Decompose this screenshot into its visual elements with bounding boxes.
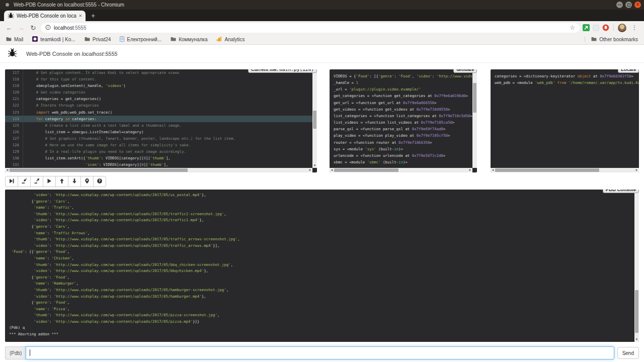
svg-text:?: ? (99, 179, 101, 183)
console-line: {'genre': 'Food', (9, 275, 635, 281)
bookmark-item[interactable]: Privat24 (85, 37, 111, 42)
continue-button[interactable] (43, 176, 56, 187)
globals-horizontal-scrollbar[interactable]: ◄ ► (330, 168, 472, 172)
next-icon (9, 178, 15, 186)
console-line: 'thumb': 'http://www.vidsplay.com/wp-con… (9, 287, 635, 294)
prompt-row: (Pdb) Send (5, 346, 639, 359)
bookmark-label: Коммуналка (179, 37, 207, 42)
help-button[interactable]: ? (93, 176, 106, 187)
tab-title: Web-PDB Console on loca (17, 13, 76, 19)
folder-icon (591, 37, 597, 42)
up-button[interactable] (55, 176, 68, 187)
variable-line: VIDEOS = {'Food': [{'genre': 'Food', 'vi… (334, 73, 473, 79)
tab-close-icon[interactable]: × (79, 13, 82, 19)
step-icon (21, 178, 27, 186)
step-button[interactable] (18, 176, 31, 187)
bookmark-label: teamkodi | Ko... (40, 37, 75, 42)
bookmark-item[interactable]: teamkodi | Ko... (32, 36, 75, 43)
bookmark-star-icon[interactable]: ☆ (570, 25, 575, 31)
where-button[interactable] (80, 176, 94, 187)
extension-placeholder-icon[interactable] (593, 25, 599, 31)
code-line-125: 125 # Create a list item with a text lab… (5, 122, 317, 129)
back-icon[interactable]: ← (5, 25, 14, 31)
site-info-icon[interactable] (45, 25, 51, 31)
bookmark-label: Mail (14, 37, 23, 42)
where-icon (84, 178, 90, 186)
code-line-121: 121 categories = get_categories() (5, 96, 317, 102)
command-input[interactable] (26, 346, 614, 359)
variable-line: play_video = <function play_video at 0x7… (334, 132, 473, 139)
window-title: Web-PDB Console on localhost:5555 - Chro… (14, 2, 124, 8)
locals-tag: Locals (618, 69, 639, 73)
close-button[interactable]: ✕ (634, 2, 641, 8)
profile-avatar[interactable] (618, 24, 626, 32)
bookmark-label: Електронний... (127, 37, 162, 42)
other-bookmarks[interactable]: Other bookmarks (585, 37, 638, 42)
url-host: localhost (54, 25, 73, 31)
locals-horizontal-scrollbar[interactable]: ◄ ► (491, 168, 639, 172)
extension-adblock-icon[interactable] (602, 24, 609, 31)
page-header: Web-PDB Console on localhost:5555 (0, 45, 644, 63)
toolbar-divider (613, 24, 614, 31)
variable-line: router = <function router at 0x7f9e71068… (334, 139, 473, 146)
forward-icon[interactable]: → (17, 25, 26, 31)
top-panels: Current file: main.py(124) 117 # Set plu… (5, 69, 639, 172)
bookmark-item[interactable]: Електронний... (120, 36, 162, 43)
code-line-122: 122 # Iterate through categories (5, 102, 317, 109)
continue-icon (46, 178, 52, 186)
return-button[interactable] (30, 176, 43, 187)
variable-line: urlencode = <function urlencode at 0x7f9… (334, 152, 473, 159)
bookmark-item[interactable]: Mail (6, 37, 23, 42)
browser-tab[interactable]: Web-PDB Console on loca × (4, 11, 86, 21)
extension-green-icon[interactable] (583, 24, 590, 31)
tab-strip: Web-PDB Console on loca × + (0, 10, 644, 21)
url-port: :5555 (73, 25, 86, 31)
next-button[interactable] (5, 176, 18, 187)
code-line-118: 118 # for this type of content. (5, 76, 317, 82)
console-line: 'name': 'Traffic', (9, 205, 635, 211)
browser-menu-icon[interactable]: ⋮ (629, 24, 639, 31)
address-bar[interactable]: localhost:5555 ☆ (41, 23, 580, 33)
chart-icon (216, 36, 222, 43)
code-line-127: 127 # Set graphics (thumbnail, fanart, b… (5, 135, 317, 142)
minimize-button[interactable] (616, 2, 623, 8)
console-line: 'Food': [{'genre': 'Food', (9, 249, 635, 255)
down-button[interactable] (68, 176, 81, 187)
code-vertical-scrollbar[interactable]: ▲ ▼ (312, 69, 317, 168)
folder-icon (171, 37, 176, 42)
bookmark-label: Analytics (224, 37, 245, 42)
code-line-129: 129 # In a real-life plugin you need to … (5, 148, 317, 155)
pdb-prompt-label: (Pdb) (5, 346, 26, 359)
maximize-button[interactable] (625, 2, 632, 8)
globals-vertical-scrollbar[interactable] (472, 69, 477, 168)
globals-listing: VIDEOS = {'Food': [{'genre': 'Food', 'vi… (330, 69, 477, 169)
console-line: 'name': 'Pizza', (9, 306, 635, 313)
console-line: 'thumb': 'http://www.vidsplay.com/wp-con… (9, 211, 635, 218)
variable-line: get_url = <function get_url at 0x7f9e6a0… (334, 100, 473, 106)
console-vertical-scrollbar[interactable]: ▲ ▼ (634, 190, 639, 342)
code-line-126: 126 list_item = xbmcgui.ListItem(label=c… (5, 129, 317, 135)
console-line: {'genre': 'Cars', (9, 199, 635, 205)
variable-line: xbmc = <module 'xbmc' (built-in)> (334, 159, 473, 165)
variable-line: categories = <dictionary-keyiterator obj… (495, 73, 635, 79)
locals-panel: Locals categories = <dictionary-keyitera… (491, 69, 639, 172)
reload-icon[interactable]: ↻ (29, 25, 38, 31)
console-output: 'video': 'http://www.vidsplay.com/wp-con… (5, 190, 639, 340)
current-file-panel: Current file: main.py(124) 117 # Set plu… (5, 69, 317, 172)
console-line: {'genre': 'Food', (9, 300, 635, 306)
code-horizontal-scrollbar[interactable]: ◄ ► (5, 168, 312, 172)
pdb-console-tag: PDB Console (603, 190, 639, 193)
new-tab-button[interactable]: + (86, 12, 101, 19)
bookmarks-list: Mailteamkodi | Ko...Privat24Електронний.… (6, 36, 245, 43)
pdb-console-panel: PDB Console 'video': 'http://www.vidspla… (5, 190, 639, 342)
bookmark-item[interactable]: Коммуналка (171, 37, 207, 42)
send-button[interactable]: Send (617, 347, 639, 359)
bug-logo-icon (8, 48, 17, 59)
bookmark-label: Privat24 (93, 37, 111, 42)
console-line: 'video': 'http://www.vidsplay.com/wp-con… (9, 268, 635, 275)
window-app-icon (6, 3, 9, 7)
variable-line: parse_qsl = <function parse_qsl at 0x7f9… (334, 126, 473, 132)
down-icon (71, 178, 77, 186)
folder-icon (6, 37, 12, 42)
bookmark-item[interactable]: Analytics (216, 36, 245, 43)
